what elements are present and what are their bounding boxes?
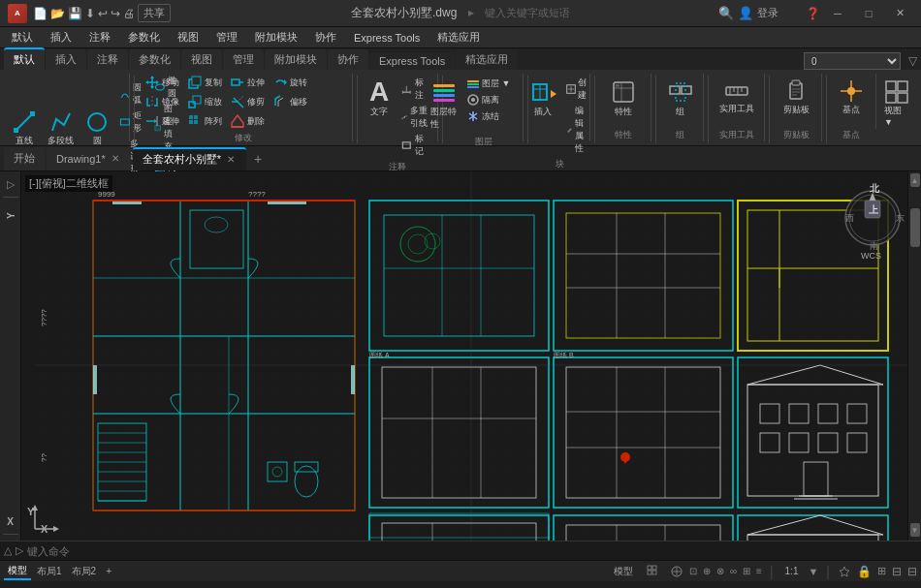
polar-toggle[interactable]: ⊕	[703, 566, 711, 576]
lock-icon[interactable]: 🔒	[857, 565, 872, 578]
vertical-scrollbar[interactable]: ▲ ▼	[907, 171, 921, 541]
insert-tool[interactable]: 插入	[525, 76, 560, 121]
grid-toggle[interactable]	[643, 564, 664, 579]
layer-dropdown[interactable]: 0	[804, 52, 901, 70]
tab-main-close[interactable]: ✕	[225, 154, 237, 165]
edit-attr-tool[interactable]: 编辑属性	[563, 104, 593, 156]
text-tool[interactable]: A 文字	[365, 76, 394, 121]
redo-icon[interactable]: ↪	[111, 7, 120, 20]
osnap-toggle[interactable]: ⊗	[716, 566, 724, 576]
maximize-button[interactable]: □	[855, 4, 882, 23]
tab-main-drawing[interactable]: 全套农村小别墅* ✕	[133, 147, 246, 170]
model-toggle[interactable]: 模型	[610, 564, 637, 579]
status-right-area: 模型 ⊡ ⊕ ⊗ ∞ ⊞ ≡ | 1:1 ▼ | 🔒 ⊞ ⊟ ⊟	[610, 564, 917, 579]
menu-collaborate[interactable]: 协作	[307, 28, 344, 46]
ribbon-tab-parametric[interactable]: 参数化	[129, 49, 180, 70]
save-icon[interactable]: 💾	[68, 7, 82, 20]
menu-annotate[interactable]: 注释	[81, 28, 118, 46]
circle-tool[interactable]: 圆	[80, 108, 113, 149]
search-icon[interactable]: 🔍	[718, 6, 734, 20]
measure-tool[interactable]: 实用工具	[715, 76, 758, 117]
otrack-toggle[interactable]: ∞	[730, 566, 737, 576]
new-tab-button[interactable]: +	[248, 149, 268, 169]
ribbon-tab-manage[interactable]: 管理	[223, 49, 264, 70]
ribbon-tab-featured[interactable]: 精选应用	[456, 49, 518, 70]
workspace-btn[interactable]	[838, 565, 851, 578]
stretch-tool[interactable]: 拉伸	[227, 74, 268, 91]
polyline-tool[interactable]: 多段线	[44, 108, 78, 149]
add-layout-button[interactable]: +	[102, 565, 115, 577]
group-tool[interactable]: 组	[663, 76, 698, 127]
scale-down-icon[interactable]: ▼	[808, 566, 818, 577]
undo-icon[interactable]: ↩	[98, 7, 108, 20]
ribbon-tab-insert[interactable]: 插入	[46, 49, 86, 70]
menu-default[interactable]: 默认	[4, 28, 41, 46]
tab-start[interactable]: 开始	[4, 147, 45, 170]
dynin-toggle[interactable]: ⊞	[743, 566, 750, 576]
ribbon-tab-annotate[interactable]: 注释	[87, 49, 128, 70]
menu-addons[interactable]: 附加模块	[247, 28, 305, 46]
snap-toggle[interactable]	[670, 565, 683, 578]
open-file-icon[interactable]: 📂	[50, 7, 65, 20]
expand-icon[interactable]: ⊞	[877, 565, 886, 577]
clipboard-tool[interactable]: 剪贴板	[779, 76, 813, 127]
scale-tool[interactable]: 缩放	[184, 93, 225, 110]
new-file-icon[interactable]: 📄	[33, 7, 48, 20]
layer-properties-tool[interactable]: 图层特性	[427, 76, 461, 134]
collapse-ribbon-icon[interactable]: ▽	[908, 54, 917, 68]
erase-tool[interactable]: 删除	[227, 112, 268, 130]
menu-express[interactable]: Express Tools	[346, 30, 428, 46]
menu-featured[interactable]: 精选应用	[429, 28, 488, 46]
lt-unknown1[interactable]: ▷	[2, 175, 19, 193]
copy-tool[interactable]: 复制	[184, 74, 225, 91]
svg-rect-83	[886, 81, 896, 91]
command-input[interactable]	[27, 545, 917, 557]
minimize-button[interactable]: ─	[824, 4, 851, 23]
plot-icon[interactable]: 🖨	[123, 7, 135, 20]
extend-tool[interactable]: 延伸	[142, 112, 182, 130]
rotate-tool[interactable]: 旋转	[270, 74, 310, 91]
ribbon-tab-express[interactable]: Express Tools	[369, 52, 455, 70]
login-button[interactable]: 登录	[757, 6, 778, 20]
ribbon-tab-collaborate[interactable]: 协作	[328, 49, 368, 70]
vscroll-thumb[interactable]	[910, 208, 920, 247]
menu-view[interactable]: 视图	[170, 28, 206, 46]
layout1-tab[interactable]: 布局1	[33, 564, 66, 579]
compass-widget[interactable]: 北 南 东 西 上 WCS	[840, 179, 905, 264]
close-button[interactable]: ✕	[886, 4, 913, 23]
svg-text:上: 上	[869, 204, 879, 215]
layout2-tab[interactable]: 布局2	[68, 564, 101, 579]
model-tab[interactable]: 模型	[4, 563, 31, 580]
ribbon-tab-default[interactable]: 默认	[4, 47, 45, 70]
array-tool[interactable]: 阵列	[184, 112, 225, 130]
save-as-icon[interactable]: ⬇	[85, 7, 95, 20]
fullscreen-icon[interactable]: ⊟	[907, 565, 917, 578]
ribbon-tab-addons[interactable]: 附加模块	[265, 49, 327, 70]
menu-insert[interactable]: 插入	[43, 28, 79, 46]
drawing-viewport[interactable]: [-][俯视]二维线框	[21, 171, 921, 541]
help-icon[interactable]: ❓	[806, 7, 820, 20]
share-label[interactable]: 共享	[138, 4, 171, 22]
menu-parametric[interactable]: 参数化	[120, 28, 168, 46]
tab-drawing1[interactable]: Drawing1* ✕	[47, 147, 131, 170]
ortho-toggle[interactable]: ⊡	[689, 566, 697, 576]
mirror-tool[interactable]: 镜像	[142, 93, 182, 110]
menu-manage[interactable]: 管理	[208, 28, 245, 46]
create-block-tool[interactable]: 创建	[563, 76, 593, 103]
ribbon-tab-view[interactable]: 视图	[181, 49, 222, 70]
properties-tool[interactable]: 特 特性	[606, 76, 641, 127]
view-controls[interactable]: 视图 ▼	[880, 77, 913, 129]
cad-drawing[interactable]: 9999 ???? ???? ??	[21, 171, 921, 541]
mark-tool[interactable]: 标记	[397, 132, 431, 159]
annotation-scale[interactable]: 1:1	[781, 565, 803, 577]
svg-rect-43	[403, 142, 411, 148]
trim-tool[interactable]: 修剪	[227, 93, 268, 110]
tab-drawing1-close[interactable]: ✕	[110, 153, 121, 164]
account-icon[interactable]: 👤	[738, 6, 753, 20]
help-status-icon[interactable]: ⊟	[892, 565, 902, 578]
basepoint-tool[interactable]: 基点	[835, 76, 868, 127]
move-tool[interactable]: 移动	[142, 74, 182, 91]
offset-tool[interactable]: 偏移	[270, 93, 310, 110]
line-tool[interactable]: 直线	[8, 108, 41, 149]
linewidth-toggle[interactable]: ≡	[756, 566, 762, 576]
